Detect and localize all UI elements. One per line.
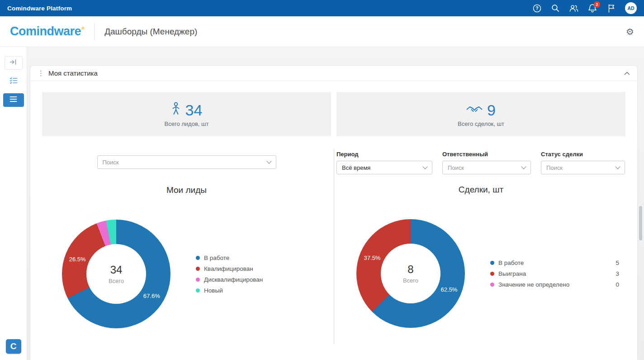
legend-label: Дисквалифицирован (204, 276, 263, 283)
topbar: Comindware Platform ? (0, 0, 644, 16)
slice-percent-label: 62.5% (441, 286, 458, 293)
sidebar: C (0, 47, 27, 360)
header-divider (94, 23, 95, 40)
kpi-leads-label: Всего лидов, шт (165, 120, 209, 127)
legend-dot (490, 261, 494, 265)
topbar-icons: ? 2 (532, 2, 637, 14)
leads-chart-row: 34 Всего 67.6%26.5% В работеКвалифициров… (42, 220, 331, 328)
page-title: Дашборды (Менеджер) (104, 27, 197, 37)
flag-icon[interactable] (606, 4, 616, 13)
legend-dot (490, 283, 494, 287)
legend-dot (196, 288, 200, 293)
scrollbar-thumb[interactable] (639, 206, 642, 240)
header: Comindware® Дашборды (Менеджер) ⚙ (0, 16, 644, 47)
panel-body: 34 Всего лидов, шт Поиск Мои лиды (30, 81, 637, 360)
donut-total-label: Всего (403, 277, 418, 284)
deals-chart-row: 8 Всего 62.5%37.5% В работе5Выиграна3Зна… (336, 219, 625, 328)
deals-legend: В работе5Выиграна3Значение не определено… (490, 259, 619, 288)
kpi-deals-card: 9 Всего сделок, шт (336, 92, 625, 136)
filter-owner: Ответственный Поиск (442, 151, 531, 174)
checklist-icon (9, 77, 18, 86)
legend-item[interactable]: В работе5 (490, 259, 619, 266)
slice-percent-label: 26.5% (69, 255, 86, 262)
legend-item[interactable]: Новый (196, 287, 263, 294)
avatar[interactable]: AD (625, 2, 637, 14)
kpi-leads-card: 34 Всего лидов, шт (42, 92, 331, 136)
donut-total-value: 8 (407, 263, 413, 276)
svg-text:?: ? (535, 5, 538, 11)
users-icon[interactable] (569, 4, 578, 13)
logo-text: Comindware (10, 24, 81, 38)
panel-title: Моя статистика (48, 69, 98, 77)
kpi-deals-value: 9 (487, 101, 496, 119)
legend-item[interactable]: Квалифицирован (196, 265, 263, 272)
donut-center: 34 Всего (86, 244, 146, 304)
owner-select-placeholder: Поиск (448, 164, 464, 171)
search-icon[interactable] (551, 4, 560, 13)
legend-item[interactable]: Дисквалифицирован (196, 276, 263, 283)
filter-deal-status: Статус сделки Поиск (541, 151, 625, 174)
chevron-down-icon (266, 158, 271, 163)
settings-gear-icon[interactable]: ⚙ (626, 27, 634, 36)
chevron-down-icon (422, 164, 427, 169)
legend-item[interactable]: Значение не определено0 (490, 281, 619, 288)
arrow-to-bar-icon (9, 58, 17, 67)
legend-dot (196, 256, 200, 260)
column-divider (334, 149, 334, 345)
filter-period: Период Всё время (336, 151, 432, 174)
legend-label: В работе (498, 259, 524, 266)
scrollbar[interactable] (639, 47, 643, 360)
deals-chart-title: Сделки, шт (336, 185, 625, 195)
deals-donut-chart[interactable]: 8 Всего 62.5%37.5% (356, 219, 465, 328)
period-select[interactable]: Всё время (336, 161, 432, 174)
owner-select[interactable]: Поиск (442, 161, 531, 174)
leads-column: 34 Всего лидов, шт Поиск Мои лиды (42, 92, 334, 360)
deals-column: 9 Всего сделок, шт Период Всё время (334, 92, 625, 360)
leads-search-select[interactable]: Поиск (97, 155, 276, 169)
chevron-down-icon (615, 164, 620, 169)
filter-period-label: Период (336, 151, 432, 158)
comindware-badge[interactable]: C (6, 339, 21, 354)
statistics-panel: ⋮ Моя статистика (30, 65, 638, 360)
legend-label: В работе (204, 254, 229, 261)
donut-center: 8 Всего (381, 244, 440, 303)
handshake-icon (466, 101, 483, 119)
leads-search-placeholder: Поиск (103, 159, 119, 166)
filter-owner-label: Ответственный (442, 151, 531, 158)
collapse-chevron-icon[interactable] (624, 72, 630, 75)
hamburger-menu-icon (9, 96, 17, 104)
legend-label: Квалифицирован (204, 265, 253, 272)
sidebar-tasks-button[interactable] (5, 75, 23, 88)
registered-mark: ® (81, 26, 84, 38)
chevron-down-icon (521, 164, 526, 169)
legend-count: 5 (616, 259, 619, 266)
donut-total-value: 34 (110, 264, 123, 276)
leads-donut-chart[interactable]: 34 Всего 67.6%26.5% (62, 220, 170, 328)
person-icon (171, 101, 181, 119)
sidebar-menu-button[interactable] (3, 93, 24, 107)
slice-percent-label: 67.6% (143, 293, 160, 299)
legend-label: Значение не определено (498, 281, 569, 288)
drag-handle-icon[interactable]: ⋮ (38, 69, 44, 77)
leads-chart-title: Мои лиды (42, 185, 331, 195)
app-title: Comindware Platform (7, 5, 72, 12)
sidebar-expand-button[interactable] (5, 56, 23, 70)
legend-item[interactable]: Выиграна3 (490, 270, 619, 277)
notifications-bell-icon[interactable]: 2 (588, 4, 597, 13)
legend-dot (196, 267, 200, 271)
legend-label: Выиграна (498, 270, 526, 277)
filter-deal-status-label: Статус сделки (541, 151, 625, 158)
deal-status-placeholder: Поиск (546, 164, 563, 171)
comindware-logo: Comindware® (10, 24, 84, 38)
legend-dot (196, 278, 200, 282)
deals-filters: Период Всё время Ответственный Поиск (336, 151, 625, 174)
legend-count: 0 (616, 281, 619, 288)
legend-item[interactable]: В работе (196, 254, 263, 261)
main-area: ⋮ Моя статистика (27, 47, 644, 360)
help-icon[interactable]: ? (532, 4, 541, 13)
kpi-leads-value: 34 (185, 101, 203, 119)
donut-total-label: Всего (109, 278, 124, 284)
period-select-value: Всё время (342, 164, 370, 171)
deal-status-select[interactable]: Поиск (541, 161, 625, 174)
notification-badge: 2 (594, 1, 600, 8)
